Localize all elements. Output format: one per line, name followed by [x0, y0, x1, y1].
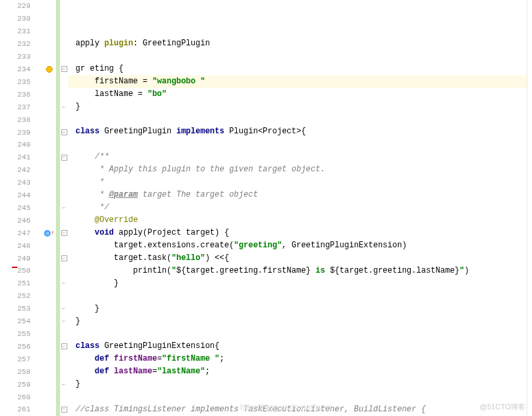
code-line[interactable]: target.extensions.create("greeting", Gre…: [68, 239, 527, 252]
code-line[interactable]: }: [68, 277, 527, 290]
override-icon[interactable]: o: [44, 230, 51, 237]
code-line[interactable]: [68, 0, 527, 13]
gutter-icon-slot: [43, 51, 56, 63]
code-line[interactable]: apply plugin: GreetingPlugin: [68, 37, 527, 50]
code-line[interactable]: * Apply this plugin to the given target …: [68, 163, 527, 176]
code-line[interactable]: firstName = "wangbobo ": [68, 75, 527, 88]
fold-handle[interactable]: −: [60, 227, 68, 239]
fold-collapse-icon[interactable]: −: [61, 66, 67, 72]
gutter-icon-slot: [43, 277, 56, 290]
code-token: *: [71, 176, 104, 189]
code-line[interactable]: class GreetingPluginExtension{: [68, 340, 527, 353]
code-line[interactable]: * @param target The target object: [68, 189, 527, 201]
fold-collapse-icon[interactable]: −: [61, 230, 67, 236]
intention-bulb-icon[interactable]: [46, 66, 53, 73]
fold-collapse-icon[interactable]: −: [61, 155, 67, 161]
line-number: 253: [17, 303, 43, 315]
code-line[interactable]: [68, 25, 527, 37]
line-number: 258: [17, 365, 43, 378]
line-number: 260: [17, 391, 43, 403]
fold-handle[interactable]: −: [60, 403, 68, 416]
fold-handle[interactable]: −: [60, 126, 68, 139]
code-token: apply(Project target) {: [119, 227, 229, 239]
gutter-icon-slot: [43, 113, 56, 126]
code-line[interactable]: gr eting {: [68, 63, 527, 75]
code-line[interactable]: }: [68, 315, 527, 328]
code-token: implements: [176, 125, 229, 138]
right-scroll-marker[interactable]: [527, 0, 532, 416]
gutter-icon-slot: [43, 88, 56, 101]
gutter-icon-slot: [43, 0, 56, 13]
line-number: 230: [17, 13, 43, 25]
fold-collapse-icon[interactable]: −: [61, 255, 67, 261]
fold-handle: [60, 177, 68, 189]
code-line[interactable]: *: [68, 176, 527, 189]
fold-handle[interactable]: ⌐: [60, 378, 68, 391]
code-line[interactable]: void apply(Project target) {: [68, 227, 527, 239]
code-token: lastName: [114, 365, 153, 378]
fold-collapse-icon[interactable]: −: [61, 129, 67, 135]
code-token: */: [71, 201, 109, 214]
code-line[interactable]: target.task("hello") <<{: [68, 252, 527, 265]
code-token: GreetingPlugin: [104, 125, 176, 138]
implements-arrow-icon[interactable]: ↑: [51, 230, 54, 237]
gutter-icon-slot: [43, 252, 56, 265]
code-line[interactable]: class GreetingPlugin implements Plugin<P…: [68, 125, 527, 138]
code-token: [71, 353, 95, 365]
code-line[interactable]: /**: [68, 151, 527, 163]
fold-handle[interactable]: −: [60, 340, 68, 353]
fold-handle[interactable]: ⌐: [60, 277, 68, 290]
code-token: *: [71, 189, 109, 201]
code-line[interactable]: */: [68, 201, 527, 214]
gutter-icon-slot: [43, 353, 56, 365]
code-token: =: [152, 365, 157, 378]
code-token: lastName =: [71, 88, 147, 101]
line-number-gutter: 2292302312322332342352362372382392402412…: [17, 0, 43, 416]
fold-handle: [60, 75, 68, 88]
fold-handle: [60, 328, 68, 341]
fold-gutter[interactable]: −⌐−−⌐−−⌐⌐⌐−⌐−: [60, 0, 68, 416]
fold-handle[interactable]: ⌐: [60, 315, 68, 328]
code-line[interactable]: [68, 328, 527, 341]
gutter-icon-slot: [43, 202, 56, 215]
code-token: ${target.greeting.firstName}: [176, 265, 311, 277]
code-line[interactable]: [68, 391, 527, 403]
code-line[interactable]: }: [68, 378, 527, 391]
code-line[interactable]: [68, 13, 527, 25]
code-line[interactable]: @Override: [68, 214, 527, 227]
fold-handle[interactable]: ⌐: [60, 101, 68, 113]
fold-handle[interactable]: −: [60, 252, 68, 265]
code-token: def: [95, 365, 114, 378]
code-token: "greeting": [234, 239, 282, 252]
code-token: is: [311, 265, 330, 277]
code-line[interactable]: [68, 50, 527, 63]
code-line[interactable]: println("${target.greeting.firstName} is…: [68, 265, 527, 277]
fold-collapse-icon[interactable]: −: [61, 407, 67, 413]
code-line[interactable]: [68, 138, 527, 151]
fold-handle[interactable]: −: [60, 63, 68, 76]
fold-handle[interactable]: ⌐: [60, 303, 68, 315]
code-line[interactable]: lastName = "bo": [68, 88, 527, 101]
code-line[interactable]: [68, 290, 527, 303]
fold-handle[interactable]: −: [60, 151, 68, 164]
fold-handle: [60, 214, 68, 227]
code-line[interactable]: }: [68, 303, 527, 315]
code-token: [71, 340, 75, 353]
code-line[interactable]: [68, 113, 527, 126]
gutter-icon-slot: [43, 365, 56, 378]
code-token: //class TimingsListener implements TaskE…: [71, 403, 426, 416]
gutter-icon-slot: [43, 214, 56, 227]
fold-handle[interactable]: ⌐: [60, 202, 68, 215]
line-number: 232: [17, 38, 43, 51]
line-number: 235: [17, 75, 43, 88]
code-token: [71, 365, 95, 378]
line-number: 251: [17, 277, 43, 290]
code-line[interactable]: //class TimingsListener implements TaskE…: [68, 403, 527, 416]
code-editor-area[interactable]: apply plugin: GreetingPlugin gr eting { …: [68, 0, 527, 416]
code-line[interactable]: def lastName="lastName";: [68, 365, 527, 378]
code-line[interactable]: }: [68, 101, 527, 113]
code-token: /**: [71, 151, 109, 163]
fold-collapse-icon[interactable]: −: [61, 343, 67, 349]
line-number: 234: [17, 63, 43, 76]
code-line[interactable]: def firstName="firstName ";: [68, 353, 527, 365]
